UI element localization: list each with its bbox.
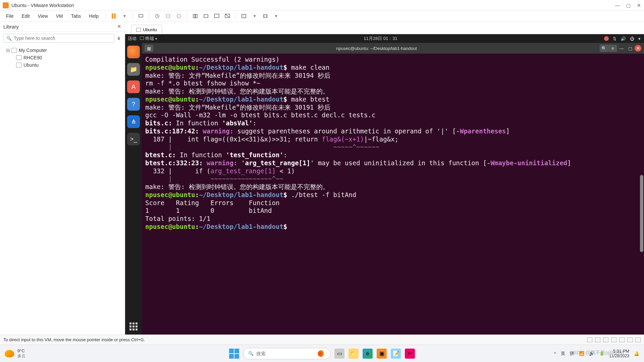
library-close-button[interactable]: ✕ xyxy=(117,23,121,29)
tree-label: RHCE90 xyxy=(23,55,42,60)
device-cd-icon[interactable] xyxy=(595,338,600,342)
snapshot-manager-button[interactable] xyxy=(174,12,183,20)
taskbar-weather-widget[interactable]: 9°C 多云 xyxy=(5,348,25,359)
dock-vscode-icon[interactable]: ⋔ xyxy=(127,115,140,128)
library-panel: Library ✕ 🔍 6 ⊟ My Computer RHCE90 Ubunt… xyxy=(0,21,125,335)
vm-tab-ubuntu[interactable]: Ubuntu xyxy=(131,25,162,34)
volume-icon[interactable]: 🔊 xyxy=(621,36,626,41)
tree-label: Ubuntu xyxy=(23,62,39,68)
taskbar-vmware-icon[interactable]: ▣ xyxy=(377,349,387,359)
vmware-statusbar: To direct input to this VM, move the mou… xyxy=(0,335,644,345)
taskbar-notepad-icon[interactable]: 📝 xyxy=(391,349,401,359)
separator xyxy=(105,12,106,20)
start-button[interactable] xyxy=(229,349,239,359)
menu-tabs[interactable]: Tabs xyxy=(68,12,85,20)
svg-point-2 xyxy=(166,14,170,18)
search-icon: 🔍 xyxy=(6,36,12,41)
svg-rect-6 xyxy=(204,14,208,17)
device-sound-icon[interactable] xyxy=(619,338,625,342)
menu-vm[interactable]: VM xyxy=(53,12,66,20)
dock-firefox-icon[interactable] xyxy=(127,46,140,58)
snapshot-button[interactable] xyxy=(153,12,162,20)
tree-node-my-computer[interactable]: ⊟ My Computer xyxy=(1,47,123,54)
library-result-count: 6 xyxy=(116,36,121,41)
dock-software-icon[interactable]: A xyxy=(127,80,140,93)
dock-show-apps-icon[interactable] xyxy=(129,322,138,330)
device-usb-icon[interactable] xyxy=(611,338,616,342)
menu-file[interactable]: File xyxy=(3,12,17,20)
device-hdd-icon[interactable] xyxy=(587,338,592,342)
taskbar-snip-icon[interactable]: ✂ xyxy=(405,349,415,359)
taskbar-taskview-icon[interactable]: ▭ xyxy=(334,349,344,359)
terminal-maximize-button[interactable]: ▢ xyxy=(626,45,635,52)
weather-icon xyxy=(5,350,14,357)
library-search-box[interactable]: 🔍 xyxy=(3,34,114,43)
activities-button[interactable]: 活动 xyxy=(128,36,137,42)
pause-vm-button[interactable] xyxy=(109,12,118,20)
ime-lang-en[interactable]: 英 xyxy=(561,351,565,357)
separator xyxy=(149,12,149,20)
tree-label: My Computer xyxy=(19,48,47,53)
minimize-button[interactable]: — xyxy=(615,3,620,8)
terminal-window: ▦ npusec@ubuntu: ~/Desktop/lab1-handout … xyxy=(142,43,644,335)
snapshot-revert-button[interactable] xyxy=(163,12,173,20)
menu-edit[interactable]: Edit xyxy=(18,12,33,20)
tray-overflow-button[interactable]: ^ xyxy=(554,351,556,356)
tree-collapse-icon[interactable]: ⊟ xyxy=(6,48,9,53)
vm-icon xyxy=(136,28,141,32)
stretch-button[interactable] xyxy=(261,12,270,20)
library-search-input[interactable] xyxy=(14,36,111,41)
terminal-menu-button[interactable]: ≡ xyxy=(608,45,617,52)
app-menu-terminal[interactable]: 终端 xyxy=(140,36,157,42)
dock-help-icon[interactable]: ? xyxy=(127,98,140,111)
send-ctrl-alt-del-button[interactable] xyxy=(136,12,146,20)
system-menu-dropdown[interactable]: ▾ xyxy=(638,36,641,41)
view-unity-button[interactable] xyxy=(223,12,232,20)
device-printer-icon[interactable] xyxy=(627,338,633,342)
terminal-close-button[interactable]: ✕ xyxy=(635,45,641,52)
dock-files-icon[interactable]: 📁 xyxy=(127,63,140,76)
power-icon[interactable]: ⏻ xyxy=(630,36,634,41)
view-single-button[interactable] xyxy=(191,12,200,20)
close-button[interactable]: ✕ xyxy=(637,3,641,8)
pause-dropdown[interactable]: ▾ xyxy=(120,12,129,20)
svg-rect-5 xyxy=(196,14,197,18)
terminal-minimize-button[interactable]: — xyxy=(617,45,626,52)
ubuntu-top-bar: 活动 终端 11月28日 01：31 ⇅ 🔊 ⏻ ▾ xyxy=(125,34,644,43)
notifications-button[interactable]: 🔔 xyxy=(634,351,639,356)
network-icon[interactable]: ⇅ xyxy=(613,36,616,41)
taskbar-search-input[interactable] xyxy=(256,351,315,356)
taskbar-explorer-icon[interactable]: 📁 xyxy=(348,349,359,359)
vm-tabstrip: Ubuntu xyxy=(125,21,644,34)
vm-scrollbar[interactable] xyxy=(639,54,643,333)
tree-node-rhce90[interactable]: RHCE90 xyxy=(1,54,123,61)
vmware-titlebar: Ubuntu - VMware Workstation — ▢ ✕ xyxy=(0,0,644,11)
console-dropdown[interactable]: ▾ xyxy=(250,12,259,20)
terminal-output[interactable]: Compilation Successful (2 warnings) npus… xyxy=(142,54,644,335)
taskbar-edge-icon[interactable]: e xyxy=(363,349,373,359)
svg-rect-0 xyxy=(139,14,143,17)
view-console-button[interactable] xyxy=(201,12,211,20)
terminal-new-tab-button[interactable]: ▦ xyxy=(145,45,153,52)
stretch-dropdown[interactable]: ▾ xyxy=(271,12,281,20)
menu-help[interactable]: Help xyxy=(86,12,102,20)
terminal-search-button[interactable]: 🔍 xyxy=(600,45,608,52)
device-net-icon[interactable] xyxy=(603,338,608,342)
svg-line-9 xyxy=(225,14,230,18)
vmware-menubar: File Edit View VM Tabs Help ▾ >_ ▾ ▾ xyxy=(0,11,644,21)
tree-node-ubuntu[interactable]: Ubuntu xyxy=(1,61,123,69)
ubuntu-datetime[interactable]: 11月28日 01：31 xyxy=(157,36,604,42)
dock-terminal-icon[interactable]: >_ xyxy=(127,133,140,145)
view-fullscreen-button[interactable] xyxy=(212,12,221,20)
taskbar-search-box[interactable]: 🔍 xyxy=(243,348,330,359)
vm-area: Ubuntu 活动 终端 11月28日 01：31 ⇅ 🔊 ⏻ ▾ xyxy=(125,21,644,335)
console-button[interactable]: >_ xyxy=(239,12,249,20)
menu-view[interactable]: View xyxy=(35,12,51,20)
maximize-button[interactable]: ▢ xyxy=(626,3,631,8)
statusbar-hint: To direct input to this VM, move the mou… xyxy=(3,337,145,342)
scrollbar-thumb[interactable] xyxy=(640,175,643,252)
vm-screen[interactable]: 活动 终端 11月28日 01：31 ⇅ 🔊 ⏻ ▾ 📁 A ? ⋔ xyxy=(125,34,644,335)
device-display-icon[interactable] xyxy=(635,338,641,342)
svg-rect-4 xyxy=(193,14,195,18)
status-dot-icon[interactable] xyxy=(604,36,609,41)
